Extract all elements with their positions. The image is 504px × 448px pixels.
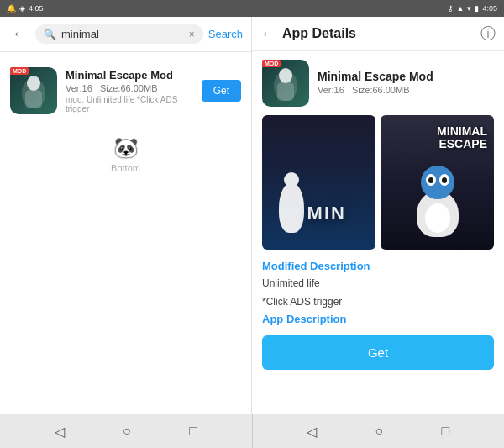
status-bar: 🔔 ◈ 4:05 ⚷ ▲ ▾ ▮ 4:05 (0, 0, 504, 17)
panda-icon: 🐼 (113, 136, 139, 160)
svg-point-1 (27, 76, 40, 91)
details-header: ← App Details ⓘ (252, 17, 504, 51)
ss2-game-title: MINIMALESCAPE (437, 125, 487, 151)
search-button[interactable]: Search (208, 28, 243, 40)
battery-icon: ▮ (475, 4, 479, 13)
bird-right-eye (439, 174, 449, 186)
details-app-icon-wrapper: MOD (262, 60, 309, 107)
nav-back-button-right[interactable]: ◁ (300, 420, 323, 443)
wifi-icon: ▾ (467, 4, 471, 13)
info-icon[interactable]: ⓘ (480, 24, 496, 44)
details-content: MOD Minimal Escape Mod Ver:16 Size:66.00… (252, 51, 504, 414)
svg-rect-2 (25, 90, 42, 108)
status-bar-left: 🔔 ◈ 4:05 (0, 0, 252, 17)
app-version: Ver:16 (66, 83, 92, 93)
bird-left-eye (426, 174, 436, 186)
bottom-indicator: 🐼 Bottom (0, 123, 251, 187)
sim-icon: ◈ (19, 4, 25, 13)
search-box[interactable]: 🔍 minimal × (35, 24, 203, 44)
clear-search-button[interactable]: × (189, 29, 195, 40)
status-time-left: 4:05 (29, 4, 44, 13)
screenshot-2: MINIMALESCAPE (381, 115, 494, 250)
app-list-item[interactable]: MOD Minimal Escape Mod Ver:16 Size:66.00… (0, 59, 251, 123)
ss1-game-text: MIN (307, 203, 346, 224)
nav-left: ◁ ○ □ (0, 414, 252, 448)
details-back-button[interactable]: ← (260, 25, 276, 43)
bird-character (408, 166, 467, 237)
details-icon-svg (269, 62, 302, 104)
details-size: Size:66.00MB (352, 85, 409, 95)
svg-rect-5 (277, 82, 294, 101)
app-meta: Ver:16 Size:66.00MB (66, 83, 193, 93)
screenshots-container: MIN (262, 115, 494, 250)
search-icon: 🔍 (44, 29, 56, 40)
mod-desc-line2: *Click ADS trigger (262, 294, 494, 309)
status-bar-right: ⚷ ▲ ▾ ▮ 4:05 (252, 0, 504, 17)
details-app-info: Minimal Escape Mod Ver:16 Size:66.00MB (318, 70, 433, 97)
app-get-button[interactable]: Get (202, 80, 241, 102)
app-info: Minimal Escape Mod Ver:16 Size:66.00MB m… (66, 69, 193, 113)
app-name: Minimal Escape Mod (66, 69, 193, 82)
search-input-value: minimal (61, 28, 184, 40)
nav-recent-button-right[interactable]: □ (435, 420, 457, 442)
key-icon: ⚷ (448, 4, 454, 13)
game-character-figure (279, 182, 304, 233)
left-panel: ← 🔍 minimal × Search (0, 17, 252, 414)
bird-belly (425, 203, 450, 233)
details-app-row: MOD Minimal Escape Mod Ver:16 Size:66.00… (262, 60, 494, 107)
notification-icon: 🔔 (7, 4, 16, 13)
nav-bar: ◁ ○ □ ◁ ○ □ (0, 414, 504, 448)
details-mod-badge: MOD (262, 60, 281, 67)
nav-right: ◁ ○ □ (253, 414, 505, 448)
status-time-right: 4:05 (482, 4, 497, 13)
bird-left-pupil (428, 177, 433, 183)
signal-icon: ▲ (457, 4, 465, 13)
bird-head (421, 166, 454, 199)
details-get-button[interactable]: Get (262, 335, 494, 370)
app-icon-svg (17, 70, 50, 112)
details-app-meta: Ver:16 Size:66.00MB (318, 85, 433, 95)
app-desc-label: App Description (262, 313, 494, 325)
modified-desc-label: Modified Description (262, 260, 494, 272)
mod-badge: MOD (10, 67, 29, 75)
search-header: ← 🔍 minimal × Search (0, 17, 251, 52)
bottom-text: Bottom (111, 163, 140, 173)
screenshot-1: MIN (262, 115, 375, 250)
nav-recent-button-left[interactable]: □ (182, 420, 204, 442)
app-size: Size:66.00MB (100, 83, 157, 93)
nav-home-button-right[interactable]: ○ (369, 420, 391, 442)
details-app-name: Minimal Escape Mod (318, 70, 433, 83)
search-back-button[interactable]: ← (8, 24, 30, 45)
mod-desc-line1: Unlimited life (262, 276, 494, 291)
details-title: App Details (282, 26, 474, 41)
nav-back-button-left[interactable]: ◁ (48, 420, 71, 443)
bird-right-pupil (442, 177, 447, 183)
app-list: MOD Minimal Escape Mod Ver:16 Size:66.00… (0, 52, 251, 414)
nav-home-button-left[interactable]: ○ (116, 420, 138, 442)
app-icon-wrapper: MOD (10, 67, 57, 114)
ss1-content: MIN (262, 115, 375, 250)
right-panel: ← App Details ⓘ MOD (252, 17, 504, 414)
details-version: Ver:16 (318, 85, 344, 95)
main-content: ← 🔍 minimal × Search (0, 17, 504, 414)
svg-point-4 (279, 68, 292, 83)
app-mod-desc: mod: Unlimited life *Click ADS trigger (66, 95, 193, 113)
